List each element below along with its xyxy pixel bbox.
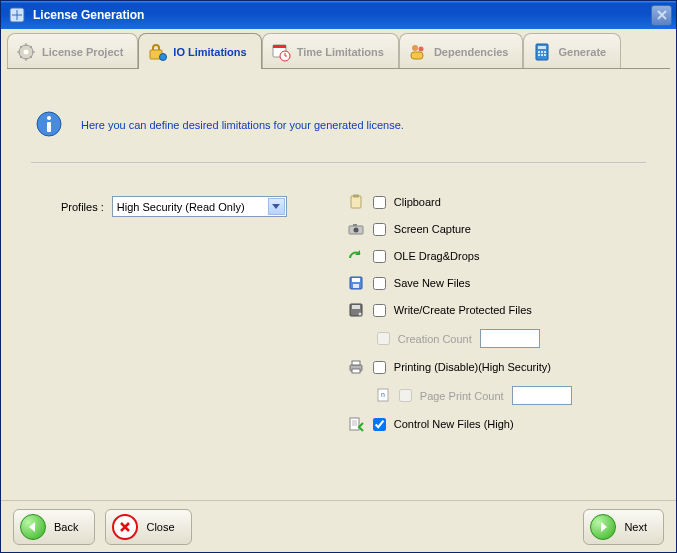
arrow-left-icon <box>20 514 46 540</box>
page-icon: n <box>377 388 391 404</box>
svg-point-4 <box>160 53 167 60</box>
disk-icon <box>347 302 365 318</box>
svg-rect-12 <box>538 46 546 49</box>
checkbox-printing[interactable] <box>373 361 386 374</box>
gear-icon <box>16 42 36 62</box>
arrow-right-icon <box>590 514 616 540</box>
divider <box>31 162 646 164</box>
clipboard-icon <box>347 194 365 210</box>
svg-rect-17 <box>541 54 543 56</box>
form-row: Profiles : High Security (Read Only) Cli… <box>31 194 646 432</box>
tab-label: License Project <box>42 46 123 58</box>
drag-arrow-icon <box>347 248 365 264</box>
next-button[interactable]: Next <box>583 509 664 545</box>
tab-license-project[interactable]: License Project <box>7 33 138 69</box>
label-printing: Printing (Disable)(High Security) <box>394 361 551 373</box>
checkbox-save-new-files[interactable] <box>373 277 386 290</box>
svg-rect-23 <box>353 195 359 198</box>
row-write-create-protected: Write/Create Protected Files <box>347 302 572 318</box>
tab-label: Generate <box>558 46 606 58</box>
svg-rect-14 <box>541 51 543 53</box>
checkbox-ole-dragdrops[interactable] <box>373 250 386 263</box>
checkbox-creation-count <box>377 332 390 345</box>
app-icon <box>9 7 25 23</box>
label-ole-dragdrops: OLE Drag&Drops <box>394 250 480 262</box>
svg-rect-38 <box>350 418 359 430</box>
svg-point-2 <box>24 49 29 54</box>
profiles-label: Profiles : <box>61 201 104 213</box>
users-lock-icon <box>408 42 428 62</box>
svg-point-20 <box>47 116 51 120</box>
io-limitations-page: Here you can define desired limitations … <box>1 70 676 500</box>
label-write-create-protected: Write/Create Protected Files <box>394 304 532 316</box>
label-clipboard: Clipboard <box>394 196 441 208</box>
tab-io-limitations[interactable]: IO Limitations <box>138 33 261 69</box>
camera-icon <box>347 221 365 237</box>
input-page-print-count[interactable] <box>512 386 572 405</box>
back-button[interactable]: Back <box>13 509 95 545</box>
row-clipboard: Clipboard <box>347 194 572 210</box>
svg-rect-6 <box>273 45 286 48</box>
profiles-field: Profiles : High Security (Read Only) <box>61 194 287 217</box>
calculator-icon <box>532 42 552 62</box>
lock-icon <box>147 42 167 62</box>
checkbox-clipboard[interactable] <box>373 196 386 209</box>
info-row: Here you can define desired limitations … <box>31 100 646 158</box>
printer-icon <box>347 359 365 375</box>
profiles-value: High Security (Read Only) <box>117 201 245 213</box>
tab-dependencies[interactable]: Dependencies <box>399 33 524 69</box>
close-x-icon <box>112 514 138 540</box>
row-ole-dragdrops: OLE Drag&Drops <box>347 248 572 264</box>
svg-rect-28 <box>352 278 360 282</box>
svg-rect-34 <box>352 361 360 365</box>
tab-label: Time Limitations <box>297 46 384 58</box>
svg-rect-18 <box>544 54 546 56</box>
footer: Back Close Next <box>1 500 676 552</box>
svg-rect-15 <box>544 51 546 53</box>
tab-strip: License Project IO Limitations Time Limi… <box>1 29 676 69</box>
checkbox-screen-capture[interactable] <box>373 223 386 236</box>
checkbox-page-print-count <box>399 389 412 402</box>
svg-rect-31 <box>352 305 360 309</box>
label-save-new-files: Save New Files <box>394 277 470 289</box>
window-close-button[interactable] <box>651 5 672 26</box>
close-icon <box>656 9 668 21</box>
license-generation-window: License Generation License Project IO Li… <box>0 0 677 553</box>
next-label: Next <box>624 521 647 533</box>
svg-text:n: n <box>381 391 385 398</box>
row-screen-capture: Screen Capture <box>347 221 572 237</box>
svg-rect-29 <box>353 284 359 288</box>
close-button[interactable]: Close <box>105 509 191 545</box>
row-creation-count: Creation Count <box>347 329 572 348</box>
tab-label: IO Limitations <box>173 46 246 58</box>
chevron-down-icon <box>268 198 285 215</box>
tab-generate[interactable]: Generate <box>523 33 621 69</box>
calendar-clock-icon <box>271 42 291 62</box>
limits-column: Clipboard Screen Capture OLE Drag&Drops <box>347 194 572 432</box>
tab-label: Dependencies <box>434 46 509 58</box>
label-control-new-files: Control New Files (High) <box>394 418 514 430</box>
svg-point-8 <box>412 45 418 51</box>
svg-rect-16 <box>538 54 540 56</box>
label-screen-capture: Screen Capture <box>394 223 471 235</box>
titlebar: License Generation <box>1 1 676 29</box>
svg-rect-26 <box>353 224 357 226</box>
close-label: Close <box>146 521 174 533</box>
row-page-print-count: n Page Print Count <box>347 386 572 405</box>
input-creation-count[interactable] <box>480 329 540 348</box>
content-area: License Project IO Limitations Time Limi… <box>1 29 676 552</box>
label-page-print-count: Page Print Count <box>420 390 504 402</box>
svg-point-25 <box>353 228 358 233</box>
checkbox-write-create-protected[interactable] <box>373 304 386 317</box>
row-control-new-files: Control New Files (High) <box>347 416 572 432</box>
info-icon <box>35 110 63 140</box>
row-printing: Printing (Disable)(High Security) <box>347 359 572 375</box>
profiles-select[interactable]: High Security (Read Only) <box>112 196 287 217</box>
back-label: Back <box>54 521 78 533</box>
checkbox-control-new-files[interactable] <box>373 418 386 431</box>
svg-rect-35 <box>352 369 360 373</box>
svg-rect-22 <box>351 196 361 208</box>
label-creation-count: Creation Count <box>398 333 472 345</box>
file-control-icon <box>347 416 365 432</box>
tab-time-limitations[interactable]: Time Limitations <box>262 33 399 69</box>
